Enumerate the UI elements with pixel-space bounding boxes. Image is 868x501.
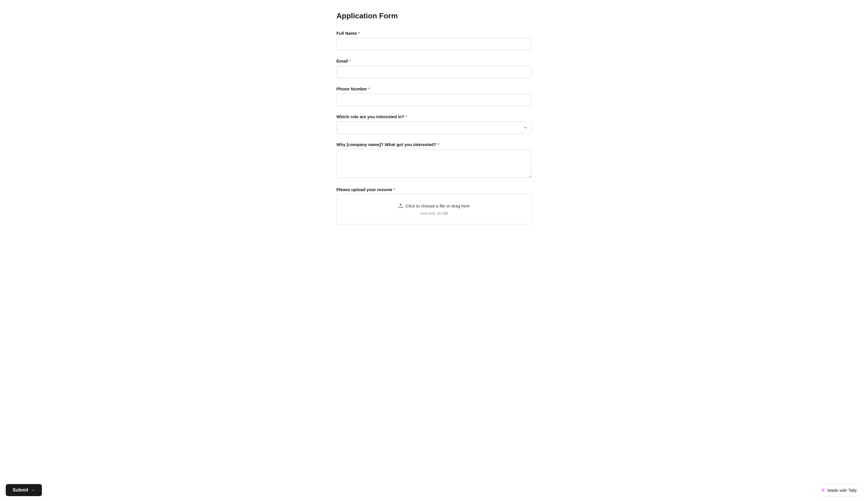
arrow-right-icon: → (30, 488, 35, 493)
role-select[interactable] (336, 121, 532, 134)
tally-star-icon: ✳ (821, 487, 825, 493)
phone-number-group: Phone Number * (336, 86, 532, 106)
phone-number-input[interactable] (336, 94, 532, 106)
phone-number-label: Phone Number * (336, 86, 532, 91)
file-upload-area[interactable]: Click to choose a file or drag here Size… (336, 194, 532, 224)
upload-text: Click to choose a file or drag here (405, 203, 469, 208)
required-star-role: * (405, 115, 407, 119)
why-company-label: Why [company name]? What got you interes… (336, 142, 532, 147)
resume-label: Please upload your resume * (336, 187, 532, 192)
form-title: Application Form (336, 11, 532, 20)
email-group: Email * (336, 58, 532, 78)
upload-icon (398, 203, 403, 208)
full-name-label: Full Name * (336, 31, 532, 35)
resume-group: Please upload your resume * Click to cho… (336, 187, 532, 224)
email-input[interactable] (336, 66, 532, 78)
role-label: Which role are you interested in? * (336, 114, 532, 119)
required-star-phone: * (368, 87, 370, 91)
full-name-input[interactable] (336, 38, 532, 51)
file-size-limit: Size limit: 10 MB (420, 211, 448, 215)
tally-badge[interactable]: ✳ Made with Tally (815, 484, 862, 497)
tally-badge-label: Made with Tally (827, 488, 857, 493)
footer: Submit → ✳ Made with Tally (0, 479, 868, 501)
full-name-group: Full Name * (336, 31, 532, 51)
why-company-group: Why [company name]? What got you interes… (336, 142, 532, 179)
why-company-textarea[interactable] (336, 149, 532, 178)
required-star-email: * (349, 59, 350, 63)
required-star-why: * (437, 142, 439, 147)
submit-button[interactable]: Submit → (6, 484, 42, 496)
required-star-resume: * (393, 188, 395, 192)
role-group: Which role are you interested in? * (336, 114, 532, 134)
application-form: Application Form Full Name * Email * Pho… (336, 11, 532, 472)
email-label: Email * (336, 58, 532, 63)
required-star-full-name: * (358, 31, 360, 35)
